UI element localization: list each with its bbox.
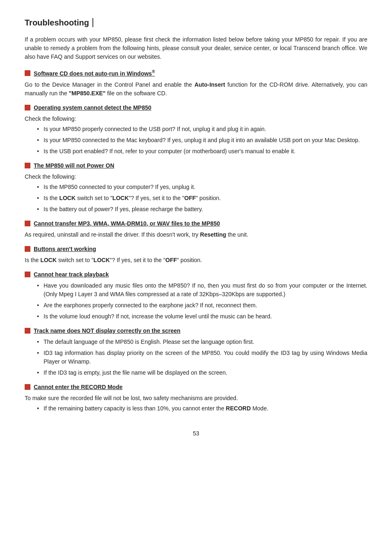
list-item: Is the battery out of power? If yes, ple…: [37, 205, 367, 214]
list-item: Is your MP850 properly connected to the …: [37, 125, 367, 134]
section-bullet-icon-power-on: [25, 163, 30, 168]
section-header-software-cd: Software CD does not auto-run in Windows…: [25, 69, 367, 78]
section-bullet-icon-os-detect: [25, 105, 30, 111]
section-list-track-name: The default language of the MP850 is Eng…: [37, 338, 367, 377]
section-track-name: Track name does NOT display correctly on…: [25, 327, 367, 377]
section-title-track-name: Track name does NOT display correctly on…: [34, 327, 180, 335]
title-cursor: [92, 18, 93, 27]
list-item: Is the volume loud enough? If not, incre…: [37, 312, 367, 321]
section-bullet-icon-transfer: [25, 221, 30, 226]
section-transfer: Cannot transfer MP3, WMA, WMA-DRM10, or …: [25, 219, 367, 239]
section-bullet-icon-track-name: [25, 328, 30, 334]
section-track-playback: Cannot hear track playbackHave you downl…: [25, 270, 367, 321]
section-title-buttons: Buttons aren't working: [34, 245, 96, 253]
section-title-track-playback: Cannot hear track playback: [34, 270, 109, 279]
section-list-record-mode: If the remaining battery capacity is les…: [37, 404, 367, 413]
list-item: Is the USB port enabled? If not, refer t…: [37, 147, 367, 156]
section-power-on: The MP850 will not Power ONCheck the fol…: [25, 161, 367, 214]
list-item: Is the LOCK switch set to "LOCK"? If yes…: [37, 194, 367, 203]
section-title-record-mode: Cannot enter the RECORD Mode: [34, 383, 122, 391]
section-body-track-name: The default language of the MP850 is Eng…: [25, 338, 367, 377]
section-header-os-detect: Operating system cannot detect the MP850: [25, 104, 367, 112]
section-body-os-detect: Check the following:Is your MP850 proper…: [25, 115, 367, 156]
list-item: If the remaining battery capacity is les…: [37, 404, 367, 413]
section-title-software-cd: Software CD does not auto-run in Windows…: [34, 69, 155, 78]
section-bullet-icon-record-mode: [25, 384, 30, 390]
list-item: Are the earphones properly connected to …: [37, 301, 367, 310]
section-title-transfer: Cannot transfer MP3, WMA, WMA-DRM10, or …: [34, 219, 220, 228]
section-buttons: Buttons aren't workingIs the LOCK switch…: [25, 245, 367, 265]
sections-container: Software CD does not auto-run in Windows…: [25, 69, 367, 413]
page-title: Troubleshooting: [25, 16, 367, 29]
section-header-transfer: Cannot transfer MP3, WMA, WMA-DRM10, or …: [25, 219, 367, 228]
section-list-track-playback: Have you downloaded any music files onto…: [37, 281, 367, 321]
section-title-power-on: The MP850 will not Power ON: [34, 161, 114, 170]
list-item: If the ID3 tag is empty, just the file n…: [37, 368, 367, 377]
section-paragraph: As required, uninstall and re-install th…: [25, 230, 367, 239]
section-header-track-name: Track name does NOT display correctly on…: [25, 327, 367, 335]
section-software-cd: Software CD does not auto-run in Windows…: [25, 69, 367, 98]
section-paragraph: Check the following:: [25, 173, 367, 181]
list-item: ID3 tag information has display priority…: [37, 349, 367, 366]
section-paragraph: Go to the Device Manager in the Control …: [25, 81, 367, 98]
section-os-detect: Operating system cannot detect the MP850…: [25, 104, 367, 156]
title-text: Troubleshooting: [25, 16, 89, 29]
section-record-mode: Cannot enter the RECORD ModeTo make sure…: [25, 383, 367, 413]
section-body-track-playback: Have you downloaded any music files onto…: [25, 281, 367, 321]
section-body-record-mode: To make sure the recorded file will not …: [25, 394, 367, 413]
section-paragraph: Is the LOCK switch set to "LOCK"? If yes…: [25, 256, 367, 265]
section-bullet-icon-software-cd: [25, 70, 30, 76]
section-paragraph: Check the following:: [25, 115, 367, 123]
page-number: 53: [25, 429, 367, 438]
list-item: Is your MP850 connected to the Mac keybo…: [37, 136, 367, 145]
section-header-track-playback: Cannot hear track playback: [25, 270, 367, 279]
section-header-record-mode: Cannot enter the RECORD Mode: [25, 383, 367, 391]
section-bullet-icon-buttons: [25, 246, 30, 252]
section-bullet-icon-track-playback: [25, 272, 30, 277]
section-title-os-detect: Operating system cannot detect the MP850: [34, 104, 151, 112]
section-list-os-detect: Is your MP850 properly connected to the …: [37, 125, 367, 156]
section-body-power-on: Check the following:Is the MP850 connect…: [25, 173, 367, 214]
section-header-buttons: Buttons aren't working: [25, 245, 367, 253]
list-item: Have you downloaded any music files onto…: [37, 281, 367, 299]
section-list-power-on: Is the MP850 connected to your computer?…: [37, 183, 367, 214]
list-item: Is the MP850 connected to your computer?…: [37, 183, 367, 191]
section-header-power-on: The MP850 will not Power ON: [25, 161, 367, 170]
section-body-software-cd: Go to the Device Manager in the Control …: [25, 81, 367, 98]
section-paragraph: To make sure the recorded file will not …: [25, 394, 367, 403]
list-item: The default language of the MP850 is Eng…: [37, 338, 367, 346]
intro-paragraph: If a problem occurs with your MP850, ple…: [25, 35, 367, 61]
section-body-buttons: Is the LOCK switch set to "LOCK"? If yes…: [25, 256, 367, 265]
section-body-transfer: As required, uninstall and re-install th…: [25, 230, 367, 239]
page-container: Troubleshooting If a problem occurs with…: [25, 16, 367, 438]
